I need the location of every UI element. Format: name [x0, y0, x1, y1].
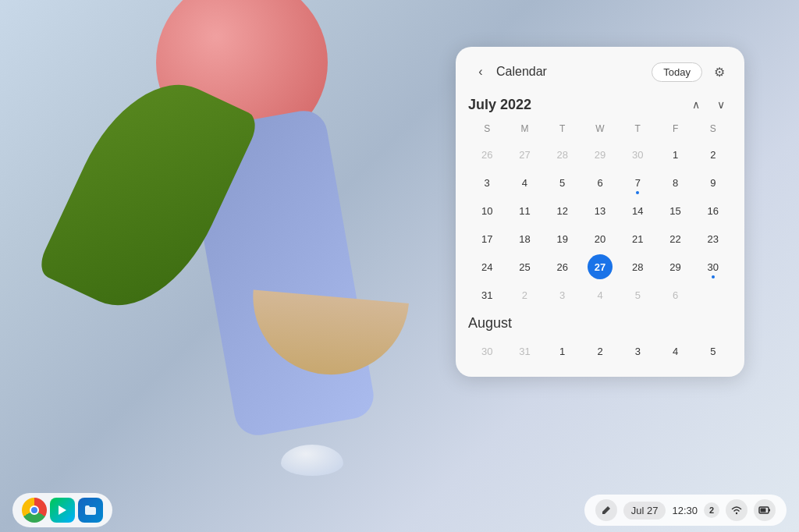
cal-day[interactable]: 18 — [506, 225, 543, 253]
files-app-icon[interactable] — [78, 498, 103, 523]
cal-day[interactable]: 1 — [656, 140, 694, 168]
files-folder-icon — [83, 503, 98, 517]
cal-day[interactable]: 2 — [694, 140, 732, 168]
cal-day[interactable]: 13 — [581, 197, 619, 225]
chrome-inner-circle — [30, 505, 39, 515]
aug-day[interactable]: 5 — [694, 338, 732, 364]
cal-day[interactable]: 24 — [468, 253, 506, 281]
calendar-today-button[interactable]: Today — [652, 62, 702, 82]
august-title: August — [468, 315, 732, 332]
cal-day[interactable]: 28 — [619, 253, 656, 281]
dow-tue: T — [544, 120, 581, 137]
days-of-week-row: S M T W T F S — [468, 120, 732, 137]
week-1: 26 27 28 29 30 1 2 — [468, 140, 732, 168]
cal-day[interactable]: 29 — [581, 140, 619, 168]
dow-sun: S — [468, 120, 506, 137]
dow-sat: S — [694, 120, 732, 137]
month-up-button[interactable]: ∧ — [685, 94, 707, 115]
battery-button[interactable] — [754, 499, 776, 521]
chrome-icon — [22, 498, 47, 523]
taskbar-apps — [12, 493, 112, 527]
dow-thu: T — [619, 120, 656, 137]
cal-day[interactable]: 17 — [468, 225, 506, 253]
cal-day[interactable]: 26 — [544, 253, 581, 281]
cal-day[interactable]: 27 — [506, 140, 543, 168]
dow-mon: M — [506, 120, 543, 137]
calendar-panel: ‹ Calendar Today ⚙ July 2022 ∧ ∨ S M T W… — [456, 47, 744, 377]
week-2: 3 4 5 6 7 8 9 — [468, 168, 732, 197]
svg-point-2 — [736, 512, 737, 514]
cal-day[interactable]: 21 — [619, 225, 656, 253]
calendar-settings-button[interactable]: ⚙ — [707, 59, 732, 84]
cal-day[interactable]: 12 — [544, 197, 581, 225]
cal-day[interactable]: 5 — [619, 281, 656, 309]
week-3: 10 11 12 13 14 15 16 — [468, 197, 732, 225]
dow-wed: W — [581, 120, 619, 137]
aug-day[interactable]: 1 — [544, 338, 581, 364]
cal-day[interactable]: 6 — [581, 168, 619, 197]
cal-day[interactable]: 19 — [544, 225, 581, 253]
cal-day[interactable]: 10 — [468, 197, 506, 225]
week-6: 31 2 3 4 5 6 — [468, 281, 732, 309]
cal-day[interactable]: 31 — [468, 281, 506, 309]
notification-badge[interactable]: 2 — [704, 502, 719, 518]
taskbar-time: 12:30 — [672, 505, 698, 516]
files-icon — [78, 498, 103, 523]
play-store-app-icon[interactable] — [50, 498, 75, 523]
calendar-title: Calendar — [496, 65, 652, 79]
taskbar-date[interactable]: Jul 27 — [623, 502, 666, 520]
cal-day[interactable]: 6 — [656, 281, 694, 309]
cal-day[interactable]: 22 — [656, 225, 694, 253]
play-store-icon — [50, 498, 75, 523]
play-triangle-icon — [56, 504, 69, 516]
cal-day[interactable]: 15 — [656, 197, 694, 225]
cal-day[interactable]: 9 — [694, 168, 732, 197]
chrome-app-icon[interactable] — [22, 498, 47, 523]
battery-icon — [758, 505, 771, 516]
july-section: July 2022 ∧ ∨ S M T W T F S 26 27 28 29 … — [468, 94, 732, 309]
august-grid: 30 31 1 2 3 4 5 — [468, 338, 732, 364]
cal-day[interactable]: 16 — [694, 197, 732, 225]
cal-day[interactable]: 8 — [656, 168, 694, 197]
august-section: August 30 31 1 2 3 4 5 — [468, 315, 732, 364]
aug-day[interactable]: 2 — [581, 338, 619, 364]
cal-day[interactable] — [694, 281, 732, 309]
dow-fri: F — [656, 120, 694, 137]
cal-day[interactable]: 26 — [468, 140, 506, 168]
cal-day-7-event[interactable]: 7 — [619, 168, 656, 197]
cal-day[interactable]: 2 — [506, 281, 543, 309]
svg-rect-4 — [761, 509, 766, 512]
cal-day[interactable]: 20 — [581, 225, 619, 253]
wallpaper-glass-dome — [281, 445, 343, 476]
month-down-button[interactable]: ∨ — [710, 94, 732, 115]
aug-day[interactable]: 31 — [506, 338, 543, 364]
cal-day-30-event[interactable]: 30 — [694, 253, 732, 281]
pen-button[interactable] — [595, 499, 617, 521]
cal-day-today[interactable]: 27 — [588, 254, 613, 279]
cal-day[interactable]: 5 — [544, 168, 581, 197]
week-5: 24 25 26 27 28 29 30 — [468, 253, 732, 281]
svg-marker-0 — [59, 505, 66, 515]
cal-day[interactable]: 29 — [656, 253, 694, 281]
taskbar-status: Jul 27 12:30 2 — [584, 495, 787, 526]
cal-day[interactable]: 3 — [544, 281, 581, 309]
calendar-back-button[interactable]: ‹ — [468, 59, 493, 84]
july-month-year: July 2022 — [468, 97, 685, 113]
taskbar: Jul 27 12:30 2 — [0, 488, 799, 532]
wifi-icon — [731, 505, 742, 516]
aug-day[interactable]: 3 — [619, 338, 656, 364]
cal-day[interactable]: 28 — [544, 140, 581, 168]
cal-day[interactable]: 4 — [506, 168, 543, 197]
cal-day[interactable]: 14 — [619, 197, 656, 225]
cal-day[interactable]: 11 — [506, 197, 543, 225]
svg-rect-5 — [769, 509, 770, 512]
cal-day[interactable]: 3 — [468, 168, 506, 197]
cal-day[interactable]: 23 — [694, 225, 732, 253]
aug-day[interactable]: 30 — [468, 338, 506, 364]
cal-day[interactable]: 30 — [619, 140, 656, 168]
aug-day[interactable]: 4 — [656, 338, 694, 364]
wifi-button[interactable] — [726, 499, 748, 521]
pen-icon — [601, 505, 612, 516]
cal-day[interactable]: 25 — [506, 253, 543, 281]
cal-day[interactable]: 4 — [581, 281, 619, 309]
